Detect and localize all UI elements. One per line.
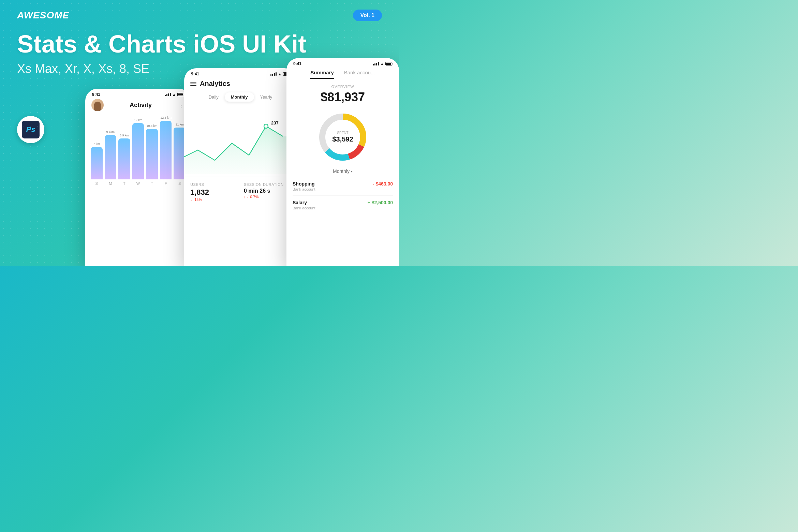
phone1-title: Activity: [130, 102, 152, 109]
stat-users: Users 1,832 ↓ -15%: [190, 182, 237, 202]
period-daily[interactable]: Daily: [203, 92, 225, 102]
stat-users-change: ↓ -15%: [190, 197, 237, 202]
bar: [118, 138, 130, 179]
stat-session-change: ↓ -10.7%: [244, 195, 291, 199]
wifi-icon-1: ▲: [172, 92, 176, 97]
main-title: Stats & Charts iOS UI Kit: [17, 31, 306, 58]
fade-bottom-3: [286, 246, 399, 266]
transaction-salary: Salary Bank account + $2,500.00: [293, 195, 393, 214]
transaction-list: Shopping Bank account - $463.00 Salary B…: [286, 177, 399, 214]
overview-label: OVERVIEW: [293, 85, 393, 89]
bar-group: 10.8 kmT: [146, 124, 158, 186]
fade-bottom-2: [184, 246, 297, 266]
donut-spent-label: SPENT: [332, 131, 353, 135]
bar-label-top: 11 km: [176, 123, 184, 126]
stat-session-value: 0 min 26 s: [244, 188, 291, 194]
monthly-filter[interactable]: Monthly ▾: [286, 167, 399, 177]
line-chart-svg: 237: [184, 106, 297, 174]
phone-analytics: 9:41 ▲ Analytics: [184, 68, 297, 266]
bar-group: 12 kmW: [132, 118, 144, 186]
bar-label-bottom: W: [136, 181, 140, 186]
monthly-label: Monthly: [333, 168, 350, 174]
phone1-header: Activity ⋮: [85, 99, 191, 115]
wifi-icon-3: ▲: [380, 62, 384, 66]
phone2-title: Analytics: [200, 80, 230, 88]
chart-active-point: [264, 124, 268, 128]
bar: [160, 121, 172, 179]
line-chart-area: 237: [184, 106, 297, 174]
bar-group: 12.5 kmF: [160, 116, 172, 186]
bar-label-top: 12.5 km: [160, 116, 171, 119]
status-bar-2: 9:41 ▲: [184, 68, 297, 78]
phone-activity: 9:41 ▲ Activity ⋮: [85, 89, 191, 266]
bar-label-bottom: T: [123, 181, 125, 186]
transaction-salary-info: Salary Bank account: [293, 200, 315, 210]
stat-session-label: Session duration: [244, 182, 291, 187]
bar: [91, 147, 103, 179]
bar: [105, 135, 117, 179]
hamburger-icon[interactable]: [190, 82, 196, 86]
overview-section: OVERVIEW $81,937: [286, 79, 399, 107]
overview-amount: $81,937: [293, 90, 393, 104]
bar-label-top: 8.9 km: [120, 134, 129, 137]
bar-label-bottom: T: [151, 181, 153, 186]
bar-label-top: 7 km: [93, 142, 100, 146]
bars-container: 7 kmS9.4kmM8.9 kmT12 kmW10.8 kmT12.5 kmF…: [89, 117, 187, 186]
bar-label-top: 9.4km: [106, 130, 115, 134]
phone3-tabs: Summary Bank accou...: [286, 68, 399, 79]
battery-icon-1: [177, 93, 184, 96]
ps-badge: Ps: [17, 116, 44, 143]
bar-label-bottom: M: [109, 181, 112, 186]
transaction-salary-sub: Bank account: [293, 206, 315, 210]
wifi-icon-2: ▲: [278, 72, 282, 76]
ps-label: Ps: [22, 121, 40, 138]
stats-row: Users 1,832 ↓ -15% Session duration 0 mi…: [184, 177, 297, 207]
status-bar-3: 9:41 ▲: [286, 58, 399, 68]
status-bar-1: 9:41 ▲: [85, 89, 191, 99]
status-time-1: 9:41: [92, 92, 100, 97]
stat-session: Session duration 0 min 26 s ↓ -10.7%: [244, 182, 291, 202]
period-toggle: Daily Monthly Yearly: [184, 91, 297, 106]
bar-label-bottom: S: [95, 181, 98, 186]
transaction-salary-name: Salary: [293, 200, 315, 205]
fade-bottom-1: [85, 246, 191, 266]
phone2-header: Analytics: [184, 78, 297, 91]
battery-icon-3: [385, 62, 392, 65]
chevron-down-icon: ▾: [351, 169, 353, 173]
bar-label-top: 10.8 km: [147, 124, 158, 128]
status-time-3: 9:41: [293, 61, 301, 66]
stat-users-value: 1,832: [190, 188, 237, 197]
phone-summary: 9:41 ▲ Summary Bank accou... OVERVIEW $8…: [286, 58, 399, 266]
bar-group: 11 kmS: [174, 123, 186, 186]
bar: [146, 129, 158, 179]
transaction-shopping-sub: Bank account: [293, 187, 315, 191]
transaction-shopping: Shopping Bank account - $463.00: [293, 177, 393, 195]
status-icons-1: ▲: [165, 92, 184, 97]
bar: [132, 123, 144, 179]
period-yearly[interactable]: Yearly: [254, 92, 279, 102]
tab-bank[interactable]: Bank accou...: [344, 70, 375, 79]
more-dots[interactable]: ⋮: [178, 101, 185, 109]
bar-group: 8.9 kmT: [118, 134, 130, 186]
transaction-shopping-amount: - $463.00: [373, 181, 393, 187]
donut-container: SPENT $3,592: [286, 107, 399, 167]
chart-area-fill: [184, 126, 297, 174]
transaction-shopping-info: Shopping Bank account: [293, 181, 315, 191]
chart-value-label: 237: [271, 120, 279, 125]
status-time-2: 9:41: [191, 72, 199, 76]
tab-summary[interactable]: Summary: [310, 70, 334, 79]
period-monthly[interactable]: Monthly: [225, 92, 254, 102]
signal-icon-1: [165, 93, 171, 96]
bar-chart: 7 kmS9.4kmM8.9 kmT12 kmW10.8 kmT12.5 kmF…: [85, 117, 191, 186]
transaction-shopping-name: Shopping: [293, 181, 315, 187]
transaction-salary-amount: + $2,500.00: [368, 200, 393, 205]
status-icons-3: ▲: [373, 62, 392, 66]
vol-badge: Vol. 1: [353, 10, 382, 21]
signal-icon-2: [270, 72, 277, 76]
brand-logo: AWESOME: [17, 10, 69, 21]
signal-icon-3: [373, 62, 379, 65]
bar-group: 9.4kmM: [105, 130, 117, 186]
phones-container: 9:41 ▲ Activity ⋮: [85, 58, 399, 266]
donut-spent-amount: $3,592: [332, 135, 353, 143]
stat-users-label: Users: [190, 182, 237, 187]
